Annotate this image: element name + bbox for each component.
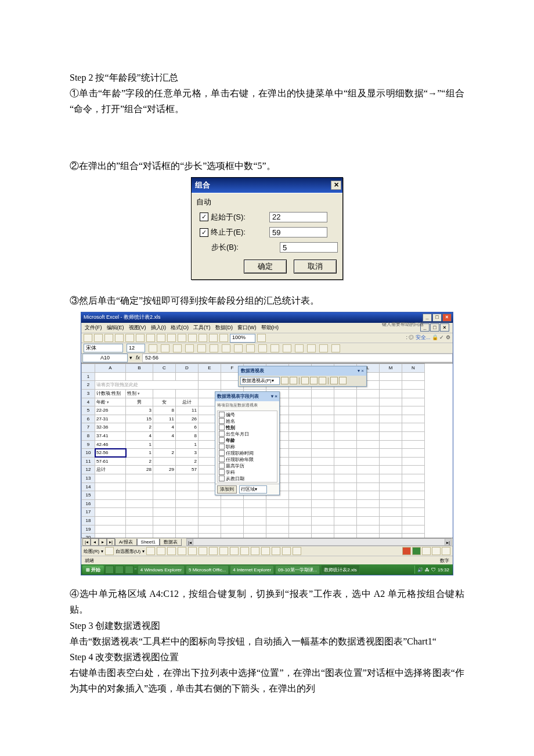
- underline-icon[interactable]: [173, 344, 182, 352]
- col-header[interactable]: A: [95, 364, 126, 373]
- field-list-item[interactable]: 最高学历: [219, 463, 276, 469]
- dashstyle-icon[interactable]: [261, 547, 270, 555]
- cell[interactable]: 1: [126, 440, 153, 449]
- 3d-icon[interactable]: [293, 547, 301, 555]
- row-header[interactable]: 14: [82, 483, 95, 491]
- field-list-item[interactable]: 学科: [219, 469, 276, 476]
- start-button[interactable]: ⊞ 开始: [82, 566, 104, 575]
- safety-label[interactable]: 安全...: [416, 334, 431, 340]
- row-header[interactable]: 12: [82, 466, 95, 474]
- field-checkbox[interactable]: [219, 412, 225, 417]
- inc-decimal-icon[interactable]: [270, 344, 279, 352]
- field-list-item[interactable]: 任现职称时间: [219, 450, 276, 456]
- arrowstyle-icon[interactable]: [272, 547, 280, 555]
- end-input[interactable]: [269, 227, 327, 237]
- sheet-tab-data[interactable]: 数据表: [160, 539, 182, 546]
- field-checkbox[interactable]: [219, 463, 225, 469]
- extra-green-icon[interactable]: [412, 547, 421, 555]
- rectangle-icon[interactable]: [167, 547, 176, 555]
- row-header[interactable]: 1: [82, 372, 95, 381]
- print-icon[interactable]: [115, 334, 124, 342]
- help-hint[interactable]: 键入需要帮助的问题: [382, 321, 424, 329]
- field-list-item[interactable]: 从教日期: [219, 476, 276, 482]
- quicklaunch-icon-2[interactable]: [115, 566, 124, 574]
- oval-icon[interactable]: [178, 547, 186, 555]
- pivot-toolbar[interactable]: 数据透视表 ▾ × 数据透视表(P) ▾: [238, 366, 367, 387]
- pivot-fieldlist-icon[interactable]: [339, 377, 347, 384]
- line-icon[interactable]: [146, 547, 155, 555]
- start-checkbox[interactable]: ✓: [200, 213, 208, 221]
- cell[interactable]: 27-31: [95, 415, 126, 423]
- currency-icon[interactable]: [234, 344, 243, 352]
- extra-red-icon[interactable]: [402, 547, 411, 555]
- add-to-button[interactable]: 添加到: [217, 485, 237, 494]
- cell[interactable]: 2: [126, 457, 153, 466]
- pivot-toolbar-close-icon[interactable]: ▾ ×: [358, 367, 364, 375]
- field-list-item[interactable]: 任现职称年限: [219, 456, 276, 463]
- extra-icon-2[interactable]: [432, 547, 441, 555]
- comma-icon[interactable]: [258, 344, 267, 352]
- field-list-close-icon[interactable]: ▾ ×: [271, 393, 277, 401]
- tray-icon-2[interactable]: 🖧: [425, 566, 430, 574]
- col-header[interactable]: B: [126, 364, 153, 373]
- font-selector[interactable]: 宋体: [84, 344, 123, 352]
- row-header[interactable]: 19: [82, 525, 95, 534]
- extra-icon-3[interactable]: [442, 547, 450, 555]
- row-header[interactable]: 8: [82, 432, 95, 441]
- field-checkbox[interactable]: [219, 444, 225, 449]
- system-tray[interactable]: 🔊 🖧 🛡 15:32: [414, 566, 452, 574]
- redo-icon[interactable]: [188, 334, 197, 342]
- pivot-chart-icon[interactable]: [330, 377, 338, 384]
- minimize-icon[interactable]: _: [423, 314, 432, 322]
- cell[interactable]: 6: [176, 423, 199, 432]
- dec-decimal-icon[interactable]: [283, 344, 291, 352]
- cell[interactable]: 总计: [176, 398, 199, 406]
- cell[interactable]: 57-61: [95, 457, 126, 466]
- align-right-icon[interactable]: [210, 344, 218, 352]
- sort-desc-icon[interactable]: [209, 334, 218, 342]
- row-header[interactable]: 10: [82, 449, 95, 458]
- menu-insert[interactable]: 插入(I): [151, 323, 167, 332]
- draw-menu[interactable]: 绘图(R): [84, 548, 99, 556]
- start-input[interactable]: [269, 212, 327, 222]
- cell[interactable]: 29: [153, 466, 176, 474]
- tray-icon-1[interactable]: 🔊: [417, 566, 423, 574]
- menu-edit[interactable]: 编辑(E): [107, 323, 124, 332]
- zoom-box[interactable]: 100%: [230, 334, 255, 343]
- field-list-item[interactable]: 性别: [219, 424, 276, 431]
- shadow-icon[interactable]: [282, 547, 291, 555]
- row-header[interactable]: 20: [82, 534, 95, 538]
- wordart-icon[interactable]: [199, 547, 207, 555]
- sheet-tab-active[interactable]: Sheet1: [137, 539, 160, 546]
- tab-prev-icon[interactable]: ◂: [91, 538, 99, 546]
- percent-icon[interactable]: [246, 344, 255, 352]
- row-header[interactable]: 5: [82, 406, 95, 415]
- row-header[interactable]: 9: [82, 440, 95, 449]
- menu-data[interactable]: 数据(D): [215, 323, 233, 332]
- cell[interactable]: 11: [176, 406, 199, 415]
- fillcolor-icon[interactable]: [219, 547, 228, 555]
- cell[interactable]: 1: [126, 449, 153, 458]
- cell[interactable]: 28: [126, 466, 153, 474]
- clipart-icon[interactable]: [209, 547, 218, 555]
- cell[interactable]: 性别▾: [126, 390, 153, 398]
- align-left-icon[interactable]: [185, 344, 194, 352]
- merge-icon[interactable]: [222, 344, 230, 352]
- col-header[interactable]: C: [153, 364, 176, 373]
- cell[interactable]: 15: [126, 415, 153, 423]
- pivot-hide-icon[interactable]: [301, 377, 309, 384]
- borders-icon[interactable]: [307, 344, 316, 352]
- cell[interactable]: 26: [176, 415, 199, 423]
- fx-icon[interactable]: fx: [136, 354, 140, 362]
- doc-restore-icon[interactable]: □: [430, 323, 439, 332]
- row-header[interactable]: 13: [82, 474, 95, 483]
- cell[interactable]: 1: [176, 440, 199, 449]
- extra-icon-1[interactable]: [422, 547, 431, 555]
- cell[interactable]: 2: [176, 457, 199, 466]
- field-checkbox[interactable]: [219, 469, 225, 475]
- col-header[interactable]: N: [402, 364, 425, 373]
- menu-file[interactable]: 文件(F): [85, 323, 102, 332]
- open-icon[interactable]: [94, 334, 103, 342]
- cell[interactable]: 男: [126, 398, 153, 406]
- cell[interactable]: 总计: [95, 466, 126, 474]
